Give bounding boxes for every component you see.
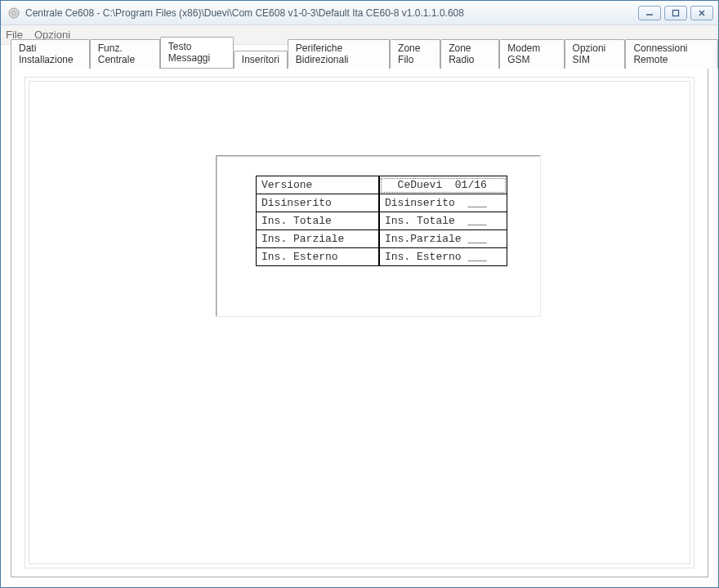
messages-row: Ins. TotaleIns. Totale ___ [257, 212, 507, 230]
window-title: Centrale Ce608 - C:\Program Files (x86)\… [25, 7, 638, 19]
tab-zone-filo[interactable]: Zone Filo [390, 39, 440, 69]
tab-modem-gsm[interactable]: Modem GSM [499, 39, 564, 69]
titlebar: Centrale Ce608 - C:\Program Files (x86)\… [1, 1, 718, 25]
minimize-button[interactable] [638, 6, 661, 20]
messages-row: DisinseritoDisinserito ___ [257, 194, 507, 212]
message-value[interactable]: Ins. Totale ___ [379, 212, 507, 230]
message-label: Ins. Esterno [257, 248, 379, 266]
tab-zone-radio[interactable]: Zone Radio [440, 39, 499, 69]
tab-testo-messaggi[interactable]: Testo Messaggi [160, 37, 234, 68]
decorative-frame-inner: Versione CeDuevi 01/16DisinseritoDisinse… [29, 81, 690, 564]
messages-row: Ins. EsternoIns. Esterno ___ [257, 248, 507, 266]
tabstrip: Dati InstallazioneFunz. CentraleTesto Me… [11, 50, 718, 68]
svg-rect-3 [673, 10, 679, 16]
tab-inseritori[interactable]: Inseritori [234, 51, 288, 69]
tab-periferiche-bidi[interactable]: Periferiche Bidirezionali [288, 39, 390, 69]
client-area: Dati InstallazioneFunz. CentraleTesto Me… [1, 45, 718, 587]
close-button[interactable] [690, 6, 713, 20]
tab-page-testo-messaggi: Versione CeDuevi 01/16DisinseritoDisinse… [11, 68, 708, 577]
message-label: Versione [257, 176, 379, 194]
decorative-frame: Versione CeDuevi 01/16DisinseritoDisinse… [25, 77, 694, 568]
maximize-button[interactable] [664, 6, 687, 20]
messages-row: Ins. ParzialeIns.Parziale ___ [257, 230, 507, 248]
message-label: Disinserito [257, 194, 379, 212]
tab-funz-centrale[interactable]: Funz. Centrale [90, 39, 160, 69]
message-label: Ins. Totale [257, 212, 379, 230]
svg-point-1 [12, 11, 16, 14]
message-value[interactable]: Ins.Parziale ___ [379, 230, 507, 248]
message-value[interactable]: Ins. Esterno ___ [379, 248, 507, 266]
tab-dati-installazione[interactable]: Dati Installazione [11, 39, 90, 69]
message-value[interactable]: CeDuevi 01/16 [379, 176, 507, 194]
messages-row: Versione CeDuevi 01/16 [257, 176, 507, 194]
message-label: Ins. Parziale [257, 230, 379, 248]
tab-opzioni-sim[interactable]: Opzioni SIM [565, 39, 626, 69]
app-window: Centrale Ce608 - C:\Program Files (x86)\… [0, 0, 719, 588]
messages-panel: Versione CeDuevi 01/16DisinseritoDisinse… [216, 155, 541, 317]
message-value[interactable]: Disinserito ___ [379, 194, 507, 212]
tab-connessioni-remote[interactable]: Connessioni Remote [625, 39, 718, 69]
messages-table: Versione CeDuevi 01/16DisinseritoDisinse… [256, 176, 507, 266]
app-icon [7, 7, 20, 20]
window-buttons [638, 6, 713, 20]
